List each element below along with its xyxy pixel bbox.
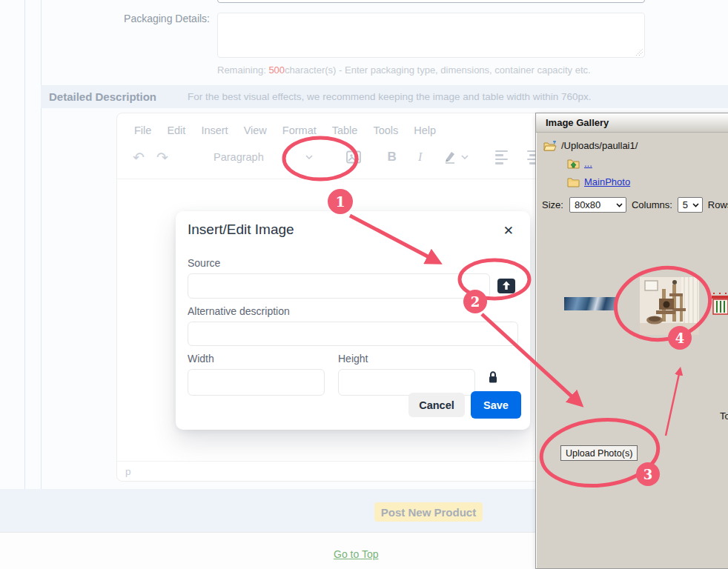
upload-box-icon (496, 276, 517, 296)
dialog-header: Insert/Edit Image ✕ (176, 211, 530, 240)
gallery-thumbnail-1[interactable] (564, 297, 618, 310)
columns-value: 5 (683, 199, 688, 210)
source-row (188, 273, 518, 299)
menu-insert[interactable]: Insert (201, 124, 228, 136)
size-label: Size: (542, 199, 563, 210)
gallery-title: Image Gallery (546, 117, 609, 128)
cancel-button[interactable]: Cancel (408, 393, 465, 417)
open-folder-icon (543, 141, 557, 151)
upload-photos-button[interactable]: Upload Photo(s) (560, 445, 638, 461)
width-label: Width (188, 353, 325, 365)
italic-button[interactable]: I (409, 146, 431, 168)
menu-tools[interactable]: Tools (373, 124, 398, 136)
rows-label: Rows (708, 199, 728, 210)
chevron-down-icon (461, 155, 469, 159)
packaging-details-textarea[interactable] (217, 13, 645, 58)
size-select[interactable]: 80x80 (569, 197, 626, 213)
gallery-current-path: /Uploads/paullai1/ (543, 140, 638, 151)
folder-up-icon (567, 159, 580, 169)
image-gallery-window: Image Gallery /Uploads/paullai1/ ... Mai… (535, 113, 728, 569)
menu-edit[interactable]: Edit (167, 124, 185, 136)
remaining-suffix: character(s) - Enter packaging type, dim… (285, 64, 591, 76)
paragraph-style-dropdown[interactable]: Paragraph (214, 151, 313, 163)
dialog-footer: Cancel Save (408, 391, 521, 419)
gallery-folder-row: MainPhoto (567, 176, 630, 187)
height-label: Height (338, 353, 475, 365)
paragraph-label: Paragraph (214, 151, 264, 163)
width-input[interactable] (188, 369, 325, 396)
gallery-up-row: ... (567, 158, 592, 169)
post-new-product-button[interactable]: Post New Product (374, 502, 483, 522)
page-guide-line (24, 0, 25, 489)
bold-button[interactable]: B (381, 146, 403, 168)
chevron-down-icon (305, 155, 313, 159)
menu-file[interactable]: File (134, 124, 151, 136)
page-guide-line (41, 0, 42, 489)
insert-edit-image-dialog: Insert/Edit Image ✕ Source Alternative d… (176, 211, 530, 430)
go-to-top-link[interactable]: Go to Top (334, 548, 378, 560)
columns-label: Columns: (632, 199, 672, 210)
align-left-icon[interactable] (495, 150, 516, 164)
browse-files-button[interactable] (494, 275, 518, 297)
undo-icon[interactable]: ↶ (128, 146, 150, 168)
save-button[interactable]: Save (471, 391, 521, 419)
gallery-size-row: Size: 80x80 Columns: 5 Rows (542, 197, 728, 213)
previous-field-partial[interactable] (217, 0, 645, 3)
section-hint: For the best visual effects, we recommen… (188, 91, 592, 102)
packaging-remaining-hint: Remaining: 500character(s) - Enter packa… (217, 64, 591, 76)
redo-icon[interactable]: ↷ (151, 146, 173, 168)
folder-icon (567, 177, 580, 187)
menu-view[interactable]: View (244, 124, 267, 136)
gallery-path-text: /Uploads/paullai1/ (561, 140, 638, 151)
menu-format[interactable]: Format (282, 124, 317, 136)
menu-help[interactable]: Help (414, 124, 436, 136)
detailed-description-section: Detailed Description For the best visual… (41, 85, 728, 108)
close-icon[interactable]: ✕ (499, 222, 518, 240)
alt-description-input[interactable] (188, 322, 518, 346)
gallery-mainphoto-link[interactable]: MainPhoto (584, 176, 630, 187)
lock-icon (488, 370, 498, 384)
gallery-thumbnail-cat-tree[interactable] (640, 277, 699, 335)
page: Packaging Details: Remaining: 500charact… (0, 0, 728, 569)
size-value: 80x80 (575, 199, 600, 210)
gallery-up-link[interactable]: ... (584, 158, 592, 169)
gallery-titlebar[interactable]: Image Gallery (536, 113, 728, 133)
alt-description-label: Alternative description (188, 305, 518, 317)
text-color-dropdown[interactable] (443, 150, 469, 164)
section-title: Detailed Description (49, 90, 156, 103)
columns-select[interactable]: 5 (678, 197, 703, 213)
dialog-title: Insert/Edit Image (188, 222, 294, 238)
remaining-prefix: Remaining: (217, 64, 268, 76)
insert-image-button[interactable] (343, 146, 365, 168)
packaging-details-label: Packaging Details: (0, 13, 210, 24)
total-label-partial: To (720, 410, 728, 422)
chevron-down-icon (616, 203, 623, 207)
element-path[interactable]: p (125, 466, 131, 477)
delete-photo-icon[interactable] (711, 292, 728, 316)
dialog-body: Source Alternative description Width (176, 257, 530, 396)
image-icon (346, 150, 361, 164)
pen-icon (443, 150, 457, 164)
source-input[interactable] (188, 273, 490, 299)
source-label: Source (188, 257, 518, 269)
menu-table[interactable]: Table (332, 124, 358, 136)
chevron-down-icon (692, 203, 699, 207)
remaining-count: 500 (268, 64, 285, 76)
dimensions-row: Width Height (188, 353, 518, 396)
